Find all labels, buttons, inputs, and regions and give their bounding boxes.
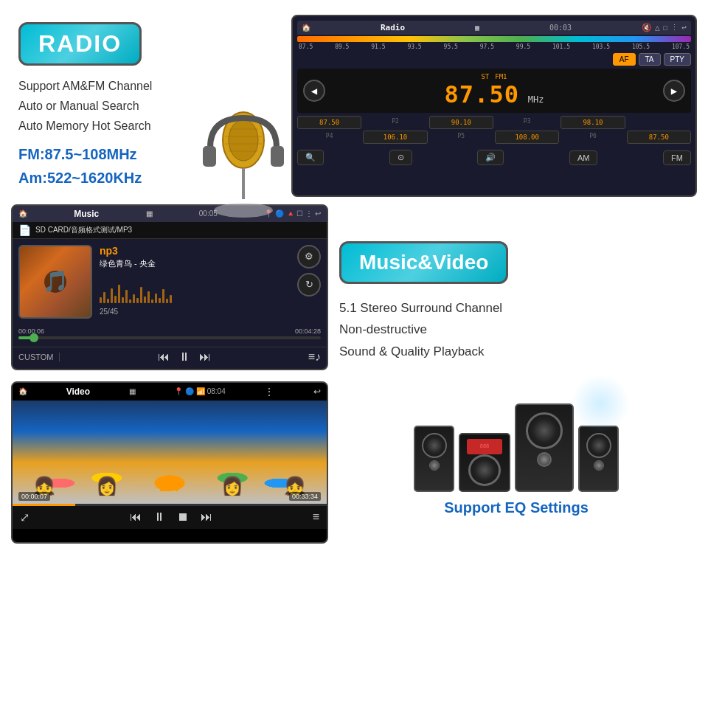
subwoofer-box: 888 bbox=[459, 433, 510, 492]
vs-next-button[interactable]: ⏭ bbox=[201, 510, 212, 524]
radio-screen: 🏠 Radio ▦ 00:03 🔇△☐⋮↩ 87.589.591.593.595… bbox=[291, 15, 697, 197]
speakers-group: 888 bbox=[414, 389, 619, 492]
vs-stop-button[interactable]: ⏹ bbox=[177, 510, 189, 524]
vs-progress-bar[interactable] bbox=[13, 504, 327, 506]
eq-info: 888 Support EQ Settings bbox=[336, 381, 697, 544]
ms-screen-icon: ▦ bbox=[146, 209, 153, 218]
preset-3-label: P3 bbox=[495, 116, 559, 129]
speaker-right-woofer bbox=[586, 433, 611, 458]
top-section: RADIO Support AM&FM Channel Auto or Manu… bbox=[0, 0, 708, 204]
rs-search-button[interactable]: 🔍 bbox=[297, 150, 324, 165]
rs-topbar: 🏠 Radio ▦ 00:03 🔇△☐⋮↩ bbox=[297, 21, 691, 35]
rs-next-button[interactable]: ▶ bbox=[663, 80, 685, 102]
ms-playlist-button[interactable]: ≡♪ bbox=[308, 350, 321, 364]
ms-file-icon: 📄 bbox=[18, 224, 31, 236]
vs-progress-fill bbox=[13, 504, 75, 506]
speakers-visual: 888 bbox=[414, 381, 619, 492]
ms-repeat-button[interactable]: ↻ bbox=[297, 273, 321, 297]
pty-button[interactable]: PTY bbox=[664, 53, 691, 66]
vs-menu-icon[interactable]: ⋮ bbox=[264, 386, 274, 398]
rs-frequency-display: ST FM1 87.50 MHz bbox=[445, 73, 544, 108]
ms-bottom-controls: CUSTOM ⏮ ⏸ ⏭ ≡♪ bbox=[13, 347, 327, 368]
ms-content: 🎵 np3 绿色青鸟 - 央金 bbox=[13, 239, 327, 325]
vs-status: 📍 🔵 📶 08:04 bbox=[174, 387, 225, 395]
vs-home-icon[interactable]: 🏠 bbox=[18, 387, 27, 395]
vs-video-content: 👧 👩 24 👩 👧 00:00:07 00:33:34 bbox=[13, 401, 327, 504]
preset-4-label: P4 bbox=[297, 131, 361, 144]
svg-point-5 bbox=[214, 203, 273, 218]
ms-format: np3 bbox=[100, 245, 290, 257]
speaker-left-tweeter bbox=[429, 460, 440, 471]
rs-screen-icon: ▦ bbox=[475, 24, 479, 32]
middle-section: 🏠 Music ▦ 00:05 📍 🔵 🔺 ☐ ⋮ ↩ 📄 SD CARD/音频… bbox=[0, 201, 708, 374]
ms-play-pause-button[interactable]: ⏸ bbox=[178, 350, 190, 364]
af-button[interactable]: AF bbox=[613, 53, 636, 66]
speaker-right bbox=[578, 426, 619, 492]
ms-home-icon[interactable]: 🏠 bbox=[18, 209, 27, 218]
rs-am-button[interactable]: AM bbox=[569, 150, 598, 165]
ms-progress-bar[interactable] bbox=[18, 336, 321, 339]
preset-3[interactable]: 98.10 bbox=[560, 116, 625, 129]
ms-controls-right: ⚙ ↻ bbox=[297, 245, 321, 297]
preset-1[interactable]: 87.50 bbox=[297, 116, 361, 129]
preset-6[interactable]: 87.50 bbox=[627, 131, 691, 144]
rs-audio-button[interactable]: 🔊 bbox=[477, 150, 504, 165]
music-video-badge: Music&Video bbox=[339, 241, 508, 284]
vs-back-icon[interactable]: ↩ bbox=[313, 386, 321, 397]
svg-rect-3 bbox=[203, 146, 216, 167]
speaker-main-tweeter bbox=[537, 452, 552, 467]
ms-track-name: 绿色青鸟 - 央金 bbox=[100, 258, 290, 269]
speaker-main-woofer bbox=[526, 412, 563, 449]
vs-timestamp-right: 00:33:34 bbox=[289, 492, 321, 501]
ms-waveform bbox=[100, 274, 290, 303]
vs-transport: ⏮ ⏸ ⏹ ⏭ bbox=[130, 510, 212, 524]
speaker-left-woofer bbox=[422, 433, 447, 458]
speaker-right-tweeter bbox=[594, 460, 604, 471]
rs-mode-buttons: AF TA PTY bbox=[297, 53, 691, 66]
preset-4[interactable]: 106.10 bbox=[363, 131, 427, 144]
radio-badge-text: RADIO bbox=[38, 30, 122, 58]
eq-support-text: Support EQ Settings bbox=[444, 499, 589, 516]
ms-progress-dot bbox=[30, 333, 38, 342]
vs-playlist-button[interactable]: ≡ bbox=[313, 510, 319, 524]
vs-prev-button[interactable]: ⏮ bbox=[130, 510, 142, 524]
rs-home-icon[interactable]: 🏠 bbox=[302, 24, 310, 32]
vs-topbar: 🏠 Video ▦ 📍 🔵 📶 08:04 ⋮ ↩ bbox=[13, 383, 327, 401]
rs-fm-button[interactable]: FM bbox=[663, 150, 691, 165]
speaker-main bbox=[515, 403, 574, 492]
rs-frequency-bar[interactable] bbox=[297, 36, 691, 42]
subwoofer bbox=[468, 454, 501, 486]
rs-main-frequency: ◀ ST FM1 87.50 MHz ▶ bbox=[297, 69, 691, 113]
music-video-badge-text: Music&Video bbox=[359, 251, 488, 274]
preset-2-label: P2 bbox=[363, 116, 427, 129]
vs-controls: ⤢ ⏮ ⏸ ⏹ ⏭ ≡ bbox=[13, 506, 327, 529]
sub-display: 888 bbox=[467, 439, 502, 454]
vs-cheerleaders-bg: 👧 👩 24 👩 👧 bbox=[13, 401, 327, 504]
ms-progress-area: 00:00:06 00:04:28 bbox=[13, 325, 327, 347]
preset-5-label: P5 bbox=[429, 131, 493, 144]
ms-track-count: 25/45 bbox=[100, 308, 290, 316]
ms-eq-button[interactable]: ⚙ bbox=[297, 245, 321, 268]
vs-play-pause-button[interactable]: ⏸ bbox=[153, 510, 165, 524]
ms-track-info: np3 绿色青鸟 - 央金 bbox=[100, 245, 290, 316]
ms-time-labels: 00:00:06 00:04:28 bbox=[18, 327, 321, 335]
bottom-section: 🏠 Video ▦ 📍 🔵 📶 08:04 ⋮ ↩ 👧 👩 24 👩 👧 00:… bbox=[0, 378, 708, 547]
rs-presets: 87.50 P2 90.10 P3 98.10 P4 106.10 P5 108… bbox=[297, 116, 691, 144]
radio-badge: RADIO bbox=[18, 22, 142, 66]
svg-point-1 bbox=[229, 119, 258, 161]
ms-prev-button[interactable]: ⏮ bbox=[158, 350, 170, 364]
music-screen: 🏠 Music ▦ 00:05 📍 🔵 🔺 ☐ ⋮ ↩ 📄 SD CARD/音频… bbox=[11, 204, 328, 370]
rs-bottom-controls: 🔍 ⊙ 🔊 AM FM bbox=[297, 147, 691, 168]
svg-rect-4 bbox=[271, 146, 284, 167]
vs-fullscreen-button[interactable]: ⤢ bbox=[20, 510, 30, 524]
rs-prev-button[interactable]: ◀ bbox=[303, 80, 325, 102]
preset-5[interactable]: 108.00 bbox=[495, 131, 559, 144]
preset-6-label: P6 bbox=[560, 131, 625, 144]
ms-next-button[interactable]: ⏭ bbox=[199, 350, 211, 364]
preset-2[interactable]: 90.10 bbox=[429, 116, 493, 129]
ta-button[interactable]: TA bbox=[639, 53, 661, 66]
rs-freq-labels: 87.589.591.593.595.5 97.599.5101.5103.51… bbox=[297, 44, 691, 50]
music-video-info: Music&Video 5.1 Stereo Surround Channel … bbox=[336, 234, 697, 370]
rs-scan-button[interactable]: ⊙ bbox=[389, 150, 412, 165]
ms-transport: ⏮ ⏸ ⏭ bbox=[60, 350, 308, 364]
